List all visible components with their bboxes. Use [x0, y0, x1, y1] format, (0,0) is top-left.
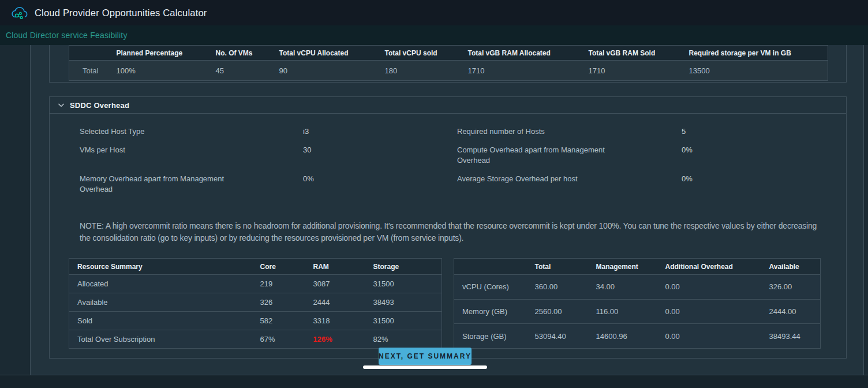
table-header-row: TotalManagementAdditional OverheadAvaila… — [454, 259, 821, 275]
table-cell: 31500 — [365, 312, 442, 330]
chevron-down-icon — [57, 101, 65, 109]
table-cell: 3318 — [305, 312, 365, 330]
table-row: Available326244438493 — [69, 293, 442, 312]
field-value: 30 — [303, 145, 457, 166]
field-value: 5 — [682, 126, 846, 137]
table-cell: 0.00 — [657, 275, 761, 300]
field-value: 0% — [682, 145, 846, 166]
table-cell: 34.00 — [588, 275, 657, 300]
column-header — [454, 259, 527, 275]
horizontal-scrollbar-thumb[interactable] — [363, 365, 487, 369]
table-cell: 1710 — [460, 61, 581, 81]
field-label: Average Storage Overhead per host — [457, 174, 613, 195]
table-cell: 2444 — [305, 293, 365, 312]
table-cell: 0.00 — [657, 324, 761, 349]
column-header: Total vGB RAM Allocated — [460, 46, 581, 61]
column-header — [69, 46, 108, 61]
table-header-row: Resource SummaryCoreRAMStorage — [69, 259, 442, 275]
column-header: Required storage per VM in GB — [681, 46, 828, 61]
row-label: Available — [69, 293, 252, 312]
table-header-row: Planned PercentageNo. Of VMsTotal vCPU A… — [69, 46, 828, 61]
table-cell: 2560.00 — [527, 299, 588, 324]
field-value: i3 — [303, 126, 457, 137]
table-row: Allocated219308731500 — [69, 275, 442, 293]
cloud-network-logo-icon — [10, 3, 29, 22]
row-label: vCPU (Cores) — [454, 275, 527, 300]
column-header: Available — [761, 259, 821, 275]
table-cell: 180 — [377, 61, 460, 81]
content-area: Planned PercentageNo. Of VMsTotal vCPU A… — [0, 45, 868, 375]
app-title: Cloud Provider Opportunities Calculator — [35, 8, 207, 18]
summary-tables-row: Resource SummaryCoreRAMStorageAllocated2… — [69, 258, 846, 349]
oversubscription-danger-value: 126% — [305, 330, 365, 349]
field-label: Compute Overhead apart from Management O… — [457, 145, 613, 166]
table-cell: 31500 — [365, 275, 442, 293]
table-cell: 38493.44 — [761, 324, 821, 349]
column-header: No. Of VMs — [208, 46, 271, 61]
table-cell: 582 — [252, 312, 305, 330]
row-label: Total — [69, 61, 108, 81]
page-subtitle: Cloud Director service Feasibility — [6, 31, 128, 40]
field-label: Required number of Hosts — [457, 126, 613, 137]
sddc-overhead-accordion-toggle[interactable]: SDDC Overhead — [50, 97, 846, 114]
column-header: RAM — [305, 259, 365, 275]
field-value: 0% — [303, 174, 457, 195]
table-cell: 2444.00 — [761, 299, 821, 324]
table-cell: 219 — [252, 275, 305, 293]
breadcrumb-bar: Cloud Director service Feasibility — [0, 25, 868, 45]
field-value: 0% — [682, 174, 846, 195]
column-header: Management — [588, 259, 657, 275]
overcommit-note: NOTE: A high overcommit ratio means ther… — [80, 220, 824, 244]
table-cell: 100% — [108, 61, 208, 81]
resource-summary-table: Resource SummaryCoreRAMStorageAllocated2… — [69, 258, 442, 349]
row-label: Storage (GB) — [454, 324, 527, 349]
table-cell: 326.00 — [761, 275, 821, 300]
next-get-summary-button[interactable]: NEXT, GET SUMMARY — [379, 348, 472, 365]
table-cell: 45 — [208, 61, 271, 81]
section-title: SDDC Overhead — [70, 101, 129, 110]
row-label: Total Over Subscription — [69, 330, 252, 349]
row-label: Sold — [69, 312, 252, 330]
table-row: Total100%45901801710171013500 — [69, 61, 828, 81]
totals-table: Planned PercentageNo. Of VMsTotal vCPU A… — [69, 45, 828, 81]
table-cell: 326 — [252, 293, 305, 312]
column-header: Storage — [365, 259, 442, 275]
field-label: VMs per Host — [80, 145, 235, 166]
table-cell: 360.00 — [527, 275, 588, 300]
column-header: Core — [252, 259, 305, 275]
table-row: vCPU (Cores)360.0034.000.00326.00 — [454, 275, 821, 300]
row-label: Memory (GB) — [454, 299, 527, 324]
table-cell: 13500 — [681, 61, 828, 81]
table-cell: 14600.96 — [588, 324, 657, 349]
column-header: Planned Percentage — [108, 46, 208, 61]
row-label: Allocated — [69, 275, 252, 293]
table-cell: 0.00 — [657, 299, 761, 324]
table-cell: 38493 — [365, 293, 442, 312]
table-cell: 53094.40 — [527, 324, 588, 349]
table-row: Memory (GB)2560.00116.000.002444.00 — [454, 299, 821, 324]
capacity-table: TotalManagementAdditional OverheadAvaila… — [454, 258, 821, 349]
table-row: Sold582331831500 — [69, 312, 442, 330]
app-header: Cloud Provider Opportunities Calculator — [0, 0, 868, 25]
table-cell: 116.00 — [588, 299, 657, 324]
sddc-fields: Selected Host Typei3Required number of H… — [80, 126, 846, 195]
table-cell: 82% — [365, 330, 442, 349]
table-row: Storage (GB)53094.4014600.960.0038493.44 — [454, 324, 821, 349]
column-header: Additional Overhead — [657, 259, 761, 275]
table-cell: 3087 — [305, 275, 365, 293]
table-cell: 1710 — [581, 61, 681, 81]
column-header: Total — [527, 259, 588, 275]
table-cell: 90 — [271, 61, 377, 81]
table-row: Total Over Subscription67%126%82% — [69, 330, 442, 349]
table-cell: 67% — [252, 330, 305, 349]
sddc-overhead-section: SDDC Overhead Selected Host Typei3Requir… — [49, 96, 847, 359]
column-header: Total vGB RAM Sold — [581, 46, 681, 61]
field-label: Memory Overhead apart from Management Ov… — [80, 174, 235, 195]
field-label: Selected Host Type — [80, 126, 235, 137]
column-header: Total vCPU Allocated — [271, 46, 377, 61]
main-panel: Planned PercentageNo. Of VMsTotal vCPU A… — [30, 45, 864, 375]
column-header: Resource Summary — [69, 259, 252, 275]
column-header: Total vCPU sold — [377, 46, 460, 61]
totals-section: Planned PercentageNo. Of VMsTotal vCPU A… — [49, 45, 847, 83]
